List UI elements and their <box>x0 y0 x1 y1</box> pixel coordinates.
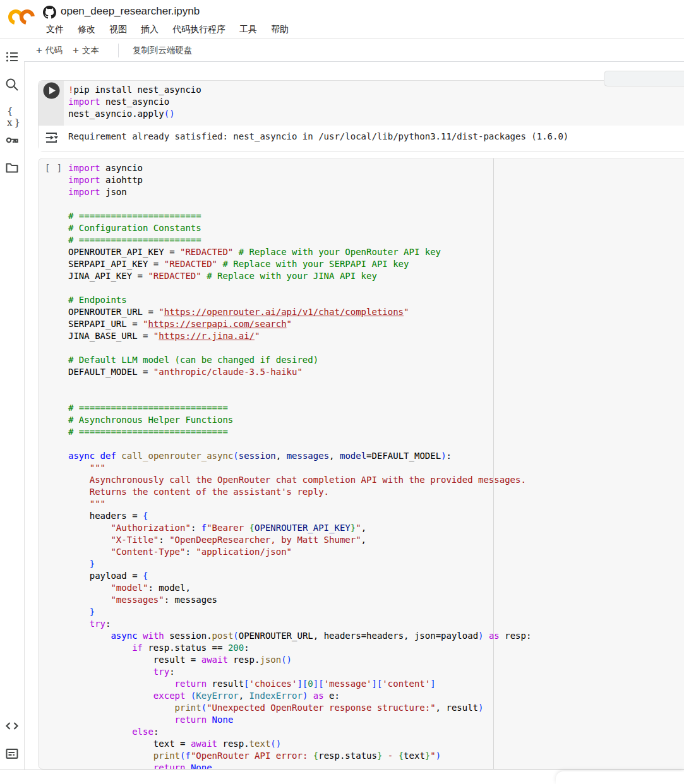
bottom-floating-panel <box>556 771 684 784</box>
run-cell-button[interactable]: [ ] <box>45 163 63 173</box>
terminal-icon[interactable] <box>4 746 20 761</box>
code-line <box>68 378 684 390</box>
code-line: Returns the content of the assistant's r… <box>68 486 684 498</box>
code-line: return result['choices'][0]['message']['… <box>68 678 684 690</box>
github-icon <box>43 6 56 19</box>
code-line: """ <box>68 462 684 474</box>
code-line: """ <box>68 498 684 510</box>
code-line: print(f"OpenRouter API error: {resp.stat… <box>68 750 684 762</box>
menu-item[interactable]: 代码执行程序 <box>165 21 232 38</box>
code-line: return None <box>68 762 684 769</box>
menu-item[interactable]: 文件 <box>39 21 71 38</box>
left-sidebar: { x } <box>0 39 25 769</box>
code-line <box>68 198 684 210</box>
code-editor[interactable]: !pip install nest_asyncioimport nest_asy… <box>39 81 684 126</box>
cell-output-area: Requirement already satisfied: nest_asyn… <box>39 126 684 151</box>
code-line: else: <box>68 726 684 738</box>
code-cell: !pip install nest_asyncioimport nest_asy… <box>38 80 684 151</box>
code-line: # ======================= <box>68 234 684 246</box>
notebook-toolbar: + 代码 + 文本 复制到云端硬盘 <box>24 39 684 62</box>
code-line: # Asynchronous Helper Functions <box>68 414 684 426</box>
code-line: print("Unexpected OpenRouter response st… <box>68 702 684 714</box>
plus-icon: + <box>36 45 42 55</box>
code-line: !pip install nest_asyncio <box>68 84 684 96</box>
code-line: try: <box>68 618 684 630</box>
code-line: DEFAULT_MODEL = "anthropic/claude-3.5-ha… <box>68 366 684 378</box>
colab-logo[interactable] <box>8 7 35 27</box>
menu-item[interactable]: 修改 <box>71 21 102 38</box>
code-line: "Content-Type": "application/json" <box>68 546 684 558</box>
run-cell-button[interactable] <box>43 82 60 99</box>
code-line: } <box>68 606 684 618</box>
code-line: "X-Title": "OpenDeepResearcher, by Matt … <box>68 534 684 546</box>
code-line: payload = { <box>68 570 684 582</box>
code-line: Asynchronously call the OpenRouter chat … <box>68 474 684 486</box>
code-line: async with session.post(OPENROUTER_URL, … <box>68 630 684 642</box>
code-line: "model": model, <box>68 582 684 594</box>
code-line <box>68 282 684 294</box>
menu-item[interactable]: 插入 <box>134 21 165 38</box>
code-line: nest_asyncio.apply() <box>68 108 684 120</box>
code-line: try: <box>68 666 684 678</box>
code-line <box>68 342 684 354</box>
cell-toolbar <box>604 71 684 86</box>
code-line <box>68 438 684 450</box>
code-snippets-icon[interactable] <box>4 718 20 734</box>
code-cell: [ ] import asyncioimport aiohttpimport j… <box>38 158 684 769</box>
code-line: # Endpoints <box>68 294 684 306</box>
code-line: OPENROUTER_API_KEY = "REDACTED" # Replac… <box>68 246 684 258</box>
code-line: OPENROUTER_URL = "https://openrouter.ai/… <box>68 306 684 318</box>
add-text-label: 文本 <box>82 45 99 56</box>
code-line: SERPAPI_URL = "https://serpapi.com/searc… <box>68 318 684 330</box>
code-line: # ======================= <box>68 210 684 222</box>
code-line: async def call_openrouter_async(session,… <box>68 450 684 462</box>
copy-to-drive-button[interactable]: 复制到云端硬盘 <box>128 42 198 59</box>
code-line: } <box>68 558 684 570</box>
menu-item[interactable]: 工具 <box>232 21 264 38</box>
secrets-key-icon[interactable] <box>4 133 20 148</box>
search-icon[interactable] <box>4 77 20 92</box>
code-line <box>68 390 684 402</box>
code-line: # Configuration Constants <box>68 222 684 234</box>
toolbar-divider <box>118 44 119 57</box>
code-editor[interactable]: import asyncioimport aiohttpimport json … <box>68 162 684 769</box>
code-line: import json <box>68 186 684 198</box>
code-line: result = await resp.json() <box>68 654 684 666</box>
code-line: JINA_BASE_URL = "https://r.jina.ai/" <box>68 330 684 342</box>
add-text-cell-button[interactable]: + 文本 <box>68 42 104 59</box>
table-of-contents-icon[interactable] <box>4 49 20 64</box>
code-line: if resp.status == 200: <box>68 642 684 654</box>
variables-icon[interactable]: { x } <box>4 104 20 119</box>
code-line: return None <box>68 714 684 726</box>
code-lines: !pip install nest_asyncioimport nest_asy… <box>68 84 684 120</box>
colab-notebook-window: { "header": { "filename": "open_deep_res… <box>0 0 684 784</box>
output-text: Requirement already satisfied: nest_asyn… <box>68 131 568 141</box>
code-line: # Default LLM model (can be changed if d… <box>68 354 684 366</box>
code-line: JINA_API_KEY = "REDACTED" # Replace with… <box>68 270 684 282</box>
code-line: except (KeyError, IndexError) as e: <box>68 690 684 702</box>
code-line: text = await resp.text() <box>68 738 684 750</box>
code-line: import asyncio <box>68 162 684 174</box>
code-line: import nest_asyncio <box>68 96 684 108</box>
cell-output-icon <box>44 130 59 145</box>
code-line: # ============================ <box>68 426 684 438</box>
code-line: headers = { <box>68 510 684 522</box>
code-line: "messages": messages <box>68 594 684 606</box>
menu-item[interactable]: 视图 <box>102 21 134 38</box>
code-line: # ============================ <box>68 402 684 414</box>
add-code-cell-button[interactable]: + 代码 <box>31 42 68 59</box>
plus-icon: + <box>73 45 79 55</box>
code-line: import aiohttp <box>68 174 684 186</box>
files-folder-icon[interactable] <box>4 160 20 175</box>
copy-to-drive-label: 复制到云端硬盘 <box>133 45 193 56</box>
menu-bar: 文件修改视图插入代码执行程序工具帮助 <box>39 21 296 38</box>
notebook-filename[interactable]: open_deep_researcher.ipynb <box>61 5 200 18</box>
code-line: SERPAPI_API_KEY = "REDACTED" # Replace w… <box>68 258 684 270</box>
add-code-label: 代码 <box>45 45 63 56</box>
menu-item[interactable]: 帮助 <box>264 21 296 38</box>
code-line: "Authorization": f"Bearer {OPENROUTER_AP… <box>68 522 684 534</box>
app-header: open_deep_researcher.ipynb 文件修改视图插入代码执行程… <box>0 0 684 39</box>
